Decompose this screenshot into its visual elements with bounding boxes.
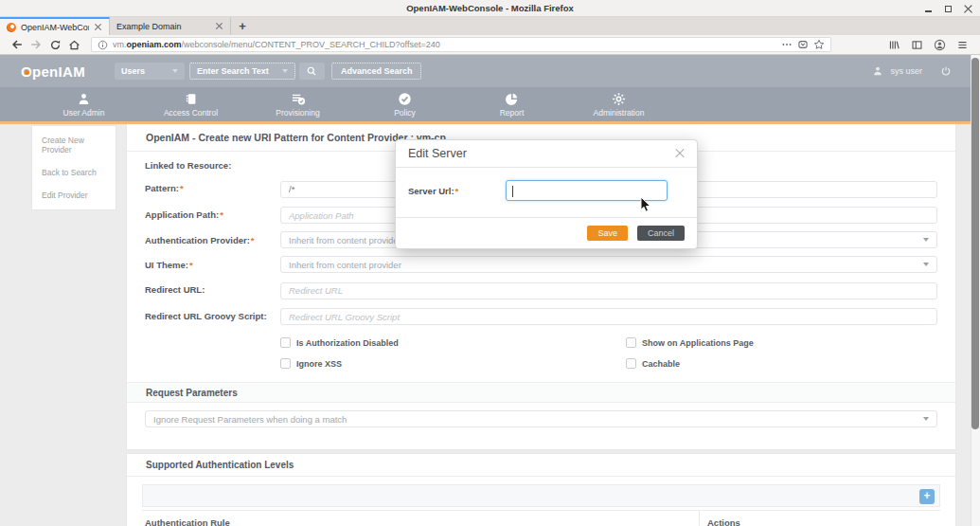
site-info-icon[interactable] — [98, 40, 108, 50]
checkbox-icon[interactable] — [280, 337, 291, 348]
account-icon[interactable] — [934, 39, 946, 51]
user-admin-icon — [77, 92, 91, 106]
sidebar: Create New Provider Back to Search Edit … — [31, 125, 116, 210]
app-header: OpenIAM Users Enter Search Text Advanced… — [0, 55, 980, 87]
checkbox-show-on-applications-page[interactable]: Show on Applications Page — [626, 335, 937, 351]
close-tab-icon[interactable] — [215, 22, 223, 30]
openiam-logo: OpenIAM — [21, 63, 85, 80]
report-pie-icon — [505, 92, 519, 106]
pocket-icon[interactable] — [797, 39, 809, 50]
add-auth-level-button[interactable]: + — [919, 489, 935, 504]
chevron-down-icon — [923, 238, 929, 242]
auth-levels-toolbar: + — [142, 484, 940, 507]
redirect-url-groovy-label: Redirect URL Groovy Script: — [145, 311, 280, 321]
nav-item-policy[interactable]: Policy — [351, 87, 458, 121]
redirect-url-input[interactable] — [280, 282, 937, 299]
tab-label: OpenIAM-WebConsole — [21, 23, 89, 32]
auth-levels-table-header: Authentication Rule Actions — [142, 510, 940, 526]
url-bar[interactable]: vm.openiam.com/webconsole/menu/CONTENT_P… — [91, 37, 831, 52]
checkbox-icon[interactable] — [626, 337, 636, 348]
user-avatar-icon — [872, 65, 883, 77]
window-title: OpenIAM-WebConsole - Mozilla Firefox — [406, 3, 574, 13]
page-actions-icon[interactable] — [781, 39, 793, 50]
sidebars-icon[interactable] — [911, 39, 923, 51]
column-authentication-rule: Authentication Rule — [142, 511, 699, 526]
nav-item-administration[interactable]: Administration — [565, 87, 672, 121]
logout-power-icon[interactable] — [940, 65, 952, 77]
username-label[interactable]: sys user — [890, 66, 922, 76]
cancel-button[interactable]: Cancel — [637, 226, 685, 241]
nav-item-provisioning[interactable]: Provisioning — [244, 87, 351, 121]
search-input[interactable]: Enter Search Text — [189, 63, 295, 80]
scrollbar-track[interactable] — [971, 55, 980, 526]
url-text: vm.openiam.com/webconsole/menu/CONTENT_P… — [113, 40, 776, 49]
search-icon — [306, 65, 317, 77]
edit-server-modal: Edit Server Server Url:* Save Cancel — [395, 139, 698, 249]
browser-toolbar: vm.openiam.com/webconsole/menu/CONTENT_P… — [0, 35, 980, 55]
close-window-icon[interactable] — [964, 5, 972, 13]
new-tab-button[interactable]: + — [231, 17, 254, 35]
bookmark-star-icon[interactable] — [813, 39, 825, 50]
modal-title: Edit Server — [408, 147, 467, 160]
main-nav: User Admin Access Control Provisioning P… — [0, 87, 980, 124]
chevron-down-icon — [282, 69, 288, 73]
sidebar-item-edit-provider[interactable]: Edit Provider — [32, 184, 116, 207]
checkbox-icon[interactable] — [626, 358, 636, 369]
access-control-icon — [184, 92, 198, 106]
chevron-down-icon — [923, 263, 929, 266]
window-titlebar: OpenIAM-WebConsole - Mozilla Firefox — [0, 0, 980, 17]
ui-theme-label: UI Theme:* — [145, 260, 280, 270]
redirect-url-label: Redirect URL: — [145, 284, 280, 295]
forward-button[interactable] — [27, 37, 45, 53]
close-tab-icon[interactable] — [94, 23, 102, 31]
chevron-down-icon — [923, 417, 929, 421]
menu-icon[interactable] — [956, 39, 969, 51]
auth-levels-panel: Supported Authentication Levels + Authen… — [126, 453, 956, 526]
column-actions: Actions — [699, 511, 940, 526]
nav-item-access-control[interactable]: Access Control — [137, 87, 244, 121]
tab-openiam-webconsole[interactable]: OpenIAM-WebConsole — [0, 17, 110, 35]
reload-button[interactable] — [45, 37, 64, 53]
save-button[interactable]: Save — [587, 226, 628, 241]
search-button[interactable] — [299, 63, 325, 80]
sidebar-item-back-to-search[interactable]: Back to Search — [32, 161, 116, 184]
nav-item-report[interactable]: Report — [458, 87, 565, 121]
application-path-label: Application Path:* — [145, 209, 280, 220]
advanced-search-button[interactable]: Advanced Search — [331, 63, 422, 80]
administration-gear-icon — [612, 92, 626, 106]
checkbox-icon[interactable] — [280, 358, 291, 369]
home-button[interactable] — [64, 37, 83, 53]
pattern-label: Pattern:* — [145, 183, 280, 193]
tab-label: Example Domain — [116, 22, 182, 31]
ui-theme-select[interactable]: Inherit from content provider — [280, 256, 937, 273]
scrollbar-thumb[interactable] — [971, 58, 979, 429]
text-caret — [512, 186, 513, 197]
modal-close-icon[interactable] — [675, 149, 685, 158]
request-parameters-select[interactable]: Ignore Request Parameters when doing a m… — [145, 410, 937, 427]
checkbox-cachable[interactable]: Cachable — [626, 355, 937, 372]
checkbox-is-authorization-disabled[interactable]: Is Authorization Disabled — [280, 335, 626, 351]
mouse-cursor — [640, 196, 652, 214]
policy-icon — [398, 92, 412, 106]
logo-dot — [25, 70, 29, 75]
auth-levels-title: Supported Authentication Levels — [127, 454, 955, 477]
openiam-favicon — [7, 23, 16, 32]
minimize-icon[interactable] — [924, 5, 933, 13]
provisioning-icon — [291, 92, 306, 106]
checkbox-ignore-xss[interactable]: Ignore XSS — [280, 355, 626, 372]
request-parameters-header: Request Parameters — [127, 382, 955, 403]
tab-example-domain[interactable]: Example Domain — [110, 17, 231, 35]
sidebar-item-create-new-provider[interactable]: Create New Provider — [32, 129, 116, 161]
redirect-url-groovy-input[interactable] — [280, 308, 937, 325]
search-scope-select[interactable]: Users — [115, 63, 185, 80]
back-button[interactable] — [8, 37, 27, 53]
chevron-down-icon — [172, 69, 178, 73]
authentication-provider-label: Authentication Provider:* — [145, 235, 280, 245]
maximize-icon[interactable] — [944, 5, 953, 13]
library-icon[interactable] — [888, 39, 900, 51]
server-url-label: Server Url:* — [408, 186, 458, 196]
tab-bar: OpenIAM-WebConsole Example Domain + — [0, 17, 980, 35]
nav-item-user-admin[interactable]: User Admin — [30, 87, 137, 121]
